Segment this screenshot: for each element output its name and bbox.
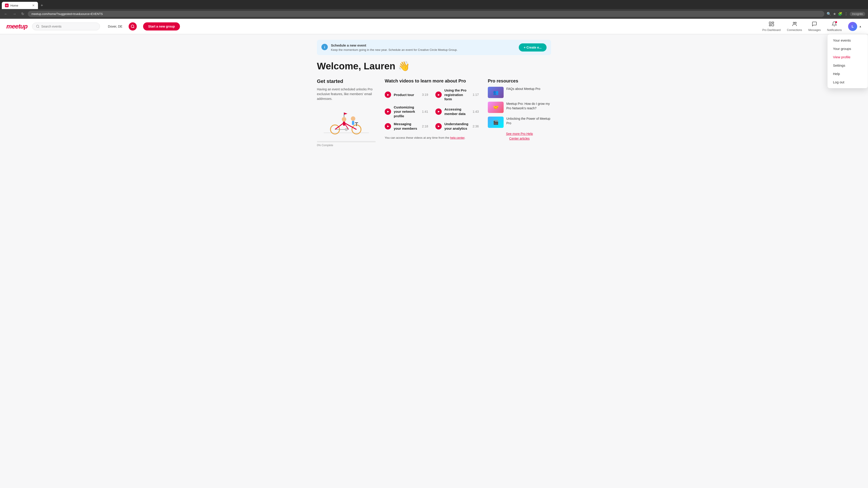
resource-thumb-img-unlocking-power: 🎬 — [488, 117, 504, 128]
nav-connections[interactable]: Connections — [787, 21, 802, 32]
alert-banner: i Schedule a new event Keep the momentum… — [317, 40, 551, 55]
video-title-customizing-network: Customizing your network profile — [394, 105, 419, 119]
video-item-understanding-analytics: ▶ Understanding your analytics 2:36 — [435, 122, 479, 131]
search-input[interactable] — [41, 25, 87, 28]
alert-content: Schedule a new event Keep the momentum g… — [331, 43, 458, 52]
browser-extensions-icon[interactable]: 🧩 — [838, 12, 842, 16]
video-duration-messaging-members: 2:18 — [422, 125, 428, 128]
videos-grid: ▶ Product tour 3:19 ▶ Using the Pro regi… — [385, 88, 479, 131]
video-title-understanding-analytics: Understanding your analytics — [444, 122, 470, 131]
video-duration-accessing-member-data: 1:43 — [473, 110, 479, 113]
see-more-pro-help-link[interactable]: See more Pro HelpCenter articles — [488, 131, 551, 141]
play-button-accessing-member-data[interactable]: ▶ — [435, 108, 442, 115]
svg-point-6 — [793, 22, 795, 24]
alert-title: Schedule a new event — [331, 43, 458, 47]
video-duration-product-tour: 3:19 — [422, 93, 428, 96]
dropdown-help[interactable]: Help — [828, 70, 868, 78]
svg-point-17 — [342, 117, 346, 122]
video-item-using-pro-form: ▶ Using the Pro registration form 1:17 — [435, 88, 479, 101]
svg-rect-20 — [352, 121, 354, 125]
svg-point-7 — [795, 22, 796, 24]
svg-rect-4 — [772, 24, 774, 26]
svg-marker-22 — [344, 112, 347, 115]
svg-rect-3 — [772, 22, 774, 23]
help-center-link[interactable]: help center — [450, 136, 465, 139]
svg-point-0 — [36, 25, 39, 28]
refresh-button[interactable]: ↻ — [20, 11, 26, 17]
tab-bar: m Home ✕ + — [0, 0, 868, 9]
play-button-understanding-analytics[interactable]: ▶ — [435, 123, 442, 129]
start-group-button[interactable]: Start a new group — [143, 22, 180, 31]
resource-title-unlocking-power[interactable]: Unlocking the Power of Meetup Pro — [506, 117, 551, 125]
resource-title-grow-reach[interactable]: Meetup Pro: How do I grow my Pro Network… — [506, 102, 551, 110]
user-avatar-container[interactable]: L ▲ — [848, 22, 862, 31]
connections-icon — [792, 21, 797, 28]
connections-label: Connections — [787, 29, 802, 32]
play-icon: ▶ — [387, 93, 389, 96]
nav-notifications[interactable]: Notifications — [827, 21, 842, 32]
dropdown-log-out[interactable]: Log out — [828, 78, 868, 86]
forward-button[interactable]: → — [11, 11, 18, 17]
nav-pro-dashboard[interactable]: Pro Dashboard — [763, 21, 781, 32]
resource-thumb-img-grow-reach: 🤝 — [488, 102, 504, 113]
svg-rect-18 — [343, 122, 345, 126]
resource-thumb-grow-reach: 🤝 — [488, 102, 504, 113]
svg-point-23 — [345, 128, 348, 131]
pro-dashboard-icon — [769, 21, 774, 28]
video-title-product-tour: Product tour — [394, 93, 419, 97]
browser-menu-icon[interactable]: ⋮ — [844, 12, 848, 16]
back-button[interactable]: ← — [3, 11, 9, 17]
svg-point-19 — [351, 116, 355, 121]
play-icon: ▶ — [438, 93, 440, 96]
tab-close-button[interactable]: ✕ — [32, 4, 35, 7]
resource-item-unlocking-power: 🎬 Unlocking the Power of Meetup Pro — [488, 117, 551, 128]
resource-title-faqs[interactable]: FAQs about Meetup Pro — [506, 87, 540, 91]
nav-messages[interactable]: Messages — [808, 21, 821, 32]
videos-title: Watch videos to learn more about Pro — [385, 78, 479, 84]
user-dropdown-menu: Your events Your groups View profile Set… — [827, 34, 868, 88]
get-started-description: Having an event scheduled unlocks Pro ex… — [317, 87, 376, 101]
video-item-product-tour: ▶ Product tour 3:19 — [385, 88, 428, 101]
video-duration-customizing-network: 1:41 — [422, 110, 428, 113]
dropdown-view-profile[interactable]: View profile — [828, 53, 868, 61]
video-item-customizing-network: ▶ Customizing your network profile 1:41 — [385, 105, 428, 119]
notifications-label: Notifications — [827, 29, 842, 32]
header-nav: Pro Dashboard Connections — [763, 21, 862, 32]
video-access-note: You can access these videos at any time … — [385, 136, 479, 139]
bike-svg — [321, 107, 371, 136]
dropdown-your-events[interactable]: Your events — [828, 36, 868, 44]
search-button[interactable] — [129, 22, 137, 31]
play-button-messaging-members[interactable]: ▶ — [385, 123, 391, 129]
user-avatar: L — [848, 22, 857, 31]
dropdown-settings[interactable]: Settings — [828, 61, 868, 70]
notification-dot — [835, 21, 837, 23]
play-button-customizing-network[interactable]: ▶ — [385, 108, 391, 115]
alert-description: Keep the momentum going in the new year.… — [331, 48, 458, 52]
meetup-logo[interactable]: meetup — [6, 23, 28, 30]
svg-rect-2 — [769, 22, 771, 24]
active-tab[interactable]: m Home ✕ — [2, 2, 38, 9]
messages-icon — [812, 21, 817, 28]
video-duration-understanding-analytics: 2:36 — [473, 125, 479, 128]
play-button-product-tour[interactable]: ▶ — [385, 92, 391, 98]
avatar-chevron-icon: ▲ — [859, 25, 862, 28]
resource-thumb-img-faqs: 👥 — [488, 87, 504, 98]
url-bar[interactable] — [28, 11, 825, 17]
play-icon: ▶ — [438, 125, 440, 128]
resource-item-grow-reach: 🤝 Meetup Pro: How do I grow my Pro Netwo… — [488, 102, 551, 113]
progress-bar-container: 0% Complete — [317, 141, 376, 147]
create-event-button[interactable]: + Create e... — [519, 43, 547, 52]
video-duration-using-pro-form: 1:17 — [473, 93, 479, 96]
play-button-using-pro-form[interactable]: ▶ — [435, 92, 442, 98]
browser-search-icon[interactable]: 🔍 — [827, 12, 831, 16]
search-submit-icon — [131, 24, 135, 29]
main-layout: Get started Having an event scheduled un… — [317, 78, 551, 147]
browser-bookmark-icon[interactable]: ★ — [833, 12, 836, 16]
dropdown-your-groups[interactable]: Your groups — [828, 44, 868, 53]
play-icon: ▶ — [387, 125, 389, 128]
new-tab-button[interactable]: + — [39, 2, 45, 9]
search-bar — [32, 23, 100, 30]
pro-resources-section: Pro resources 👥 FAQs about Meetup Pro 🤝 … — [488, 78, 551, 147]
video-item-messaging-members: ▶ Messaging your members 2:18 — [385, 122, 428, 131]
pro-resources-title: Pro resources — [488, 78, 551, 84]
